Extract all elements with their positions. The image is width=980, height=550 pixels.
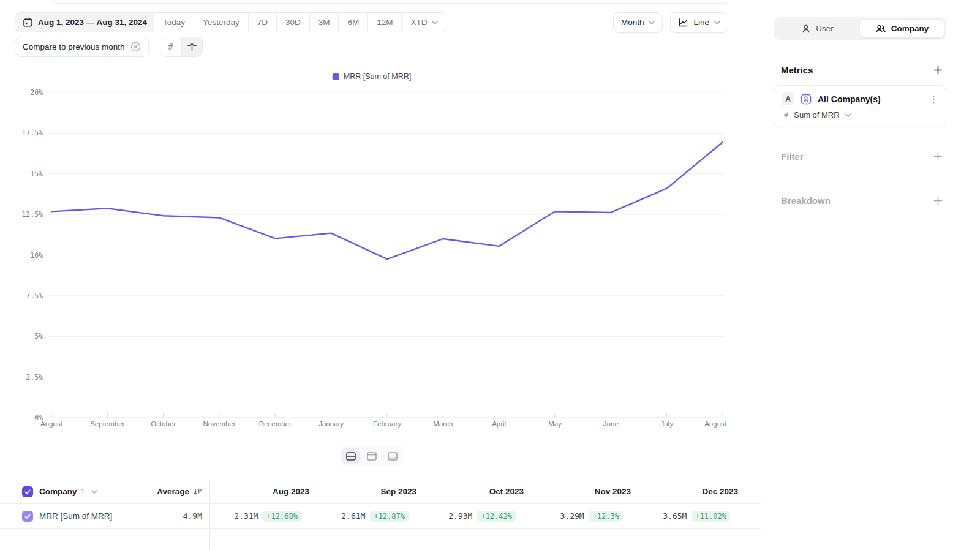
date-range-button[interactable]: Aug 1, 2023 — Aug 31, 2024 — [15, 13, 154, 32]
config-sidebar: User Company Metrics A — [762, 0, 980, 550]
svg-text:August: August — [40, 420, 63, 428]
table-header-row: Company 1 Average Aug 2023Sep 20 — [0, 480, 761, 504]
view-switcher — [339, 445, 404, 467]
add-breakdown-button[interactable] — [931, 194, 945, 208]
preset-30d-button[interactable]: 30D — [276, 13, 309, 32]
company-badge-icon — [800, 93, 812, 105]
granularity-select[interactable]: Month — [613, 12, 663, 33]
chevron-down-icon — [432, 21, 438, 24]
goal-line-toggle-button[interactable] — [181, 37, 202, 56]
number-type-icon: # — [784, 111, 788, 119]
column-header-dec-2023[interactable]: Dec 2023 — [631, 487, 738, 496]
xtd-label: XTD — [410, 18, 427, 27]
chevron-down-icon[interactable] — [91, 490, 97, 494]
svg-text:September: September — [90, 420, 124, 428]
column-header-nov-2023[interactable]: Nov 2023 — [524, 487, 631, 496]
date-range-control: Aug 1, 2023 — Aug 31, 2024 TodayYesterda… — [15, 12, 447, 32]
hash-grid-icon: # — [168, 42, 173, 53]
chart-type-select[interactable]: Line — [670, 12, 728, 33]
svg-text:15%: 15% — [30, 170, 43, 178]
delta-badge: +12.42% — [477, 511, 516, 522]
results-table: Company 1 Average Aug 2023Sep 20 — [0, 480, 761, 550]
preset-12m-button[interactable]: 12M — [368, 13, 401, 32]
chart-only-view-button[interactable] — [363, 448, 381, 464]
metric-entity-name: All Company(s) — [818, 94, 924, 104]
table-only-view-button[interactable] — [383, 448, 402, 464]
sort-icon[interactable] — [193, 488, 202, 496]
table-cell: 3.65M+11.02% — [631, 511, 738, 522]
table-only-view-icon — [387, 451, 398, 461]
chart-canvas: 0%2.5%5%7.5%10%12.5%15%17.5%20%AugustSep… — [0, 61, 761, 441]
preset-6m-button[interactable]: 6M — [338, 13, 368, 32]
filter-section-header: Filter — [774, 149, 946, 164]
table-row: MRR [Sum of MRR] 4.9M 2.31M+12.68%2.61M+… — [0, 504, 761, 529]
row-checkbox[interactable] — [22, 511, 33, 522]
svg-text:10%: 10% — [30, 251, 43, 260]
column-header-oct-2023[interactable]: Oct 2023 — [417, 487, 524, 496]
add-metric-button[interactable] — [931, 63, 945, 77]
breakdown-title: Breakdown — [781, 195, 831, 206]
calendar-icon — [23, 17, 33, 28]
split-view-button[interactable] — [342, 448, 360, 464]
add-filter-button[interactable] — [931, 149, 945, 164]
svg-text:June: June — [603, 420, 619, 428]
cell-value: 2.93M — [448, 511, 472, 521]
cell-value: 3.29M — [560, 511, 584, 521]
breakdown-section-header: Breakdown — [774, 194, 946, 208]
svg-text:August: August — [704, 420, 727, 428]
table-cell: 2.31M+12.68% — [202, 511, 309, 522]
table-cell: 2.61M+12.87% — [309, 511, 417, 522]
cell-value: 2.31M — [234, 511, 258, 521]
metrics-title: Metrics — [781, 65, 813, 75]
entity-toggle: User Company — [774, 17, 946, 40]
chevron-down-icon[interactable] — [845, 113, 851, 117]
toggle-company[interactable]: Company — [859, 19, 944, 38]
metric-menu-button[interactable]: ⋮ — [929, 94, 938, 104]
svg-text:May: May — [548, 420, 562, 428]
toggle-user-label: User — [816, 24, 834, 33]
chevron-down-icon — [649, 21, 655, 24]
chevron-down-icon — [714, 21, 720, 24]
svg-text:July: July — [660, 420, 673, 428]
delta-badge: +12.87% — [370, 511, 409, 522]
cell-value: 3.65M — [663, 511, 687, 521]
svg-text:November: November — [203, 420, 235, 428]
preset-3m-button[interactable]: 3M — [309, 13, 339, 32]
svg-text:7.5%: 7.5% — [26, 292, 43, 300]
column-header-sep-2023[interactable]: Sep 2023 — [309, 487, 417, 496]
company-header-label[interactable]: Company — [39, 487, 77, 496]
toggle-company-label: Company — [891, 24, 929, 33]
preset-7d-button[interactable]: 7D — [248, 13, 276, 32]
svg-text:December: December — [259, 420, 292, 428]
remove-compare-icon[interactable] — [130, 42, 141, 52]
metric-card[interactable]: A All Company(s) ⋮ # Sum of MRR — [774, 85, 946, 127]
select-all-checkbox[interactable] — [22, 486, 33, 497]
analytics-app: Aug 1, 2023 — Aug 31, 2024 TodayYesterda… — [0, 0, 980, 550]
preset-today-button[interactable]: Today — [154, 13, 194, 32]
gridlines-toggle-button[interactable]: # — [160, 37, 181, 56]
split-view-icon — [345, 451, 356, 461]
svg-text:April: April — [492, 420, 506, 428]
filter-title: Filter — [781, 151, 804, 162]
svg-text:February: February — [373, 420, 401, 428]
chart-only-view-icon — [366, 451, 377, 461]
toggle-user[interactable]: User — [775, 19, 859, 38]
metrics-section-header: Metrics — [774, 63, 946, 77]
preset-yesterday-button[interactable]: Yesterday — [194, 13, 248, 32]
metric-name: MRR [Sum of MRR] — [39, 511, 112, 521]
svg-text:October: October — [151, 420, 176, 428]
chart-controls: Month Line — [613, 12, 728, 33]
preset-xtd-button[interactable]: XTD — [401, 13, 447, 32]
line-chart-icon — [678, 18, 688, 28]
average-header-label[interactable]: Average — [157, 487, 189, 496]
svg-text:5%: 5% — [34, 332, 43, 341]
compare-chip[interactable]: Compare to previous month — [15, 37, 149, 57]
date-range-label: Aug 1, 2023 — Aug 31, 2024 — [38, 18, 147, 27]
aggregation-select[interactable]: Sum of MRR — [794, 110, 839, 119]
svg-text:March: March — [433, 420, 453, 428]
column-header-aug-2023[interactable]: Aug 2023 — [202, 487, 309, 496]
chart-annotation-toggles: # — [160, 37, 203, 57]
svg-text:January: January — [318, 420, 344, 428]
metric-series-badge: A — [782, 92, 794, 105]
average-value: 4.9M — [183, 511, 202, 521]
